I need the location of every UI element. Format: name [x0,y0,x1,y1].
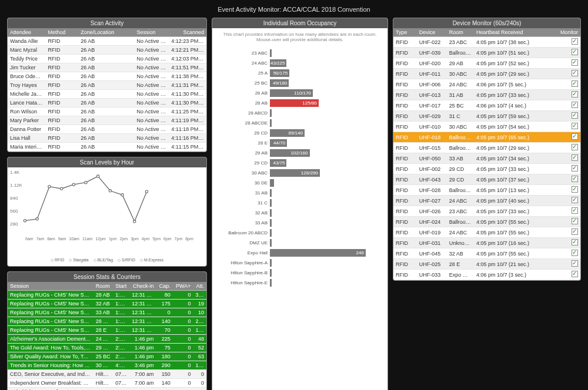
table-row[interactable]: RFIDUHF-01331 AB4:05 pm 10/7 (33 sec.) [393,90,580,100]
table-row[interactable]: RFIDUHF-02623 ABC4:05 pm 10/7 (33 sec.) [393,206,580,217]
table-row[interactable]: RFIDUHF-02528 E4:05 pm 10/7 (21 sec.) [393,259,580,270]
table-row[interactable]: Independent Owner Breakfast: Key Issues … [8,379,206,388]
occupancy-bar[interactable]: Expo Hall246 [217,248,383,258]
table-row[interactable]: RFIDUHF-01030 ABC4:05 pm 10/7 (54 sec.) [393,122,580,132]
table-row[interactable]: Replacing RUGs - CMS' New SNF Payment …2… [8,291,206,300]
table-row[interactable]: Michelle JabczynskiRFID26 ABNo Active Se… [8,90,206,99]
legend-item[interactable]: BLE/Tag [93,258,113,263]
occupancy-bar[interactable]: 29 CD43/75 [217,158,383,168]
occupancy-bar[interactable]: 28 AB125/80 [217,98,383,108]
table-row[interactable]: Trends in Senior Housing: How Do We Thri… [8,361,206,370]
monitor-checkbox[interactable] [572,165,578,172]
monitor-checkbox[interactable] [572,228,578,235]
monitor-checkbox[interactable] [572,70,578,76]
table-row[interactable]: RFIDUHF-04532 AB4:05 pm 10/7 (55 sec.) [393,248,580,259]
column-header[interactable]: Check-in [129,282,156,291]
table-row[interactable]: RFIDUHF-00624 ABC4:06 pm 10/7 (5 sec.) [393,79,580,90]
table-row[interactable]: Marc MyzalRFID26 ABNo Active Session4:12… [8,46,206,55]
monitor-checkbox[interactable] [572,38,578,45]
table-row[interactable]: Mary ParkerRFID26 ABNo Active Session4:1… [8,116,206,125]
occupancy-bar[interactable]: DMZ UE [217,238,383,248]
table-row[interactable]: Replacing RUGs - CMS' New SNF Payment …2… [8,326,206,335]
occupancy-bar[interactable]: 30 ABC128/290 [217,168,383,178]
table-row[interactable]: RFIDUHF-00229 CD4:05 pm 10/7 (33 sec.) [393,164,580,174]
table-row[interactable]: RFIDUHF-02931 C4:05 pm 10/7 (59 sec.) [393,111,580,122]
table-row[interactable]: Danna PotterRFID26 ABNo Active Session4:… [8,125,206,134]
column-header[interactable]: Cap. [156,282,173,291]
occupancy-bar[interactable]: Hilton Sapphire-A [217,258,383,268]
column-header[interactable]: Device [417,28,447,37]
table-row[interactable]: RFIDUHF-033Expo Hall4:06 pm 10/7 (3 sec.… [393,270,580,280]
monitor-checkbox[interactable] [572,154,578,161]
table-row[interactable]: RFIDUHF-01130 ABC4:05 pm 10/7 (29 sec.) [393,69,580,79]
table-row[interactable]: CEO, Senior Executive, and Independent O… [8,370,206,379]
table-row[interactable]: RFIDUHF-01725 BC4:06 pm 10/7 (4 sec.) [393,100,580,111]
occupancy-bar[interactable]: 23 ABC [217,48,383,58]
column-header[interactable]: Start [113,282,129,291]
column-header[interactable]: Method [46,28,79,37]
table-row[interactable]: RFIDUHF-015Ballroom 20 ABC4:05 pm 10/7 (… [393,143,580,153]
monitor-checkbox[interactable] [572,112,578,119]
occupancy-bar[interactable]: Hilton Sapphire-B [217,268,383,278]
occupancy-bar[interactable]: 24 ABC43/225 [217,58,383,68]
monitor-checkbox[interactable] [572,197,578,203]
monitor-checkbox[interactable] [572,176,578,182]
monitor-checkbox[interactable] [572,239,578,246]
occupancy-bar[interactable]: 25 BC49/180 [217,78,383,88]
occupancy-bar[interactable]: 30 DE [217,178,383,188]
table-row[interactable]: RFIDUHF-04329 CD4:05 pm 10/7 (37 sec.) [393,174,580,185]
table-row[interactable]: Replacing RUGs - CMS' New SNF Payment …3… [8,308,206,317]
table-row[interactable]: Teddy PriceRFID26 ABNo Active Session4:1… [8,55,206,63]
monitor-checkbox[interactable] [572,123,578,129]
occupancy-bar[interactable]: 33 AB [217,218,383,228]
table-row[interactable]: RFIDUHF-02029 AB4:05 pm 10/7 (52 sec.) [393,58,580,69]
column-header[interactable]: PWA+ [173,282,193,291]
column-header[interactable]: Type [393,28,417,37]
table-row[interactable]: RFIDUHF-039Ballroom 20 ABC4:05 pm 10/7 (… [393,48,580,58]
column-header[interactable]: Heartbeat Received [474,28,548,37]
column-header[interactable]: Zone/Location [78,28,134,37]
table-row[interactable]: RFIDUHF-028Ballroom 20 ABC4:05 pm 10/7 (… [393,185,580,196]
table-row[interactable]: Replacing RUGs - CMS' New SNF Payment …2… [8,317,206,326]
monitor-checkbox[interactable] [572,59,578,66]
monitor-checkbox[interactable] [572,250,578,256]
occupancy-bar[interactable]: 31 AB [217,188,383,198]
occupancy-bar[interactable]: 26 AB110/170 [217,88,383,98]
occupancy-bar[interactable]: 28 ABCD [217,108,383,118]
table-row[interactable]: Wanda AllieRFID26 ABNo Active Session4:1… [8,37,206,46]
legend-item[interactable]: RFID [51,258,64,263]
monitor-checkbox[interactable] [572,49,578,55]
monitor-checkbox[interactable] [572,102,578,108]
table-row[interactable]: RFIDUHF-02223 ABC4:05 pm 10/7 (38 sec.) [393,37,580,48]
column-header[interactable]: Room [447,28,474,37]
monitor-checkbox[interactable] [572,207,578,214]
table-row[interactable]: Bruce OdenthalRFID26 ABNo Active Session… [8,72,206,81]
monitor-checkbox[interactable] [572,91,578,98]
table-row[interactable]: RFIDUHF-01924 ABC4:05 pm 10/7 (55 sec.) [393,227,580,238]
occupancy-bar[interactable]: 28 CD89/140 [217,128,383,138]
occupancy-bar[interactable]: Ballroom 20 ABCD [217,228,383,238]
column-header[interactable]: Att. [193,282,206,291]
table-row[interactable]: Behold the Power of Data29 CD07:45 (10/8… [8,388,206,391]
table-row[interactable]: Lance HatawayRFID26 ABNo Active Session4… [8,99,206,107]
legend-item[interactable]: Stargata [69,258,88,263]
occupancy-bar[interactable]: 29 AB102/160 [217,148,383,158]
monitor-checkbox[interactable] [572,260,578,267]
scan-levels-chart[interactable]: 1.4K1.12K840560280 6am7am8am9am10am11am1… [8,167,206,255]
table-row[interactable]: Maria InterianoRFID26 ABNo Active Sessio… [8,143,206,152]
column-header[interactable]: Scanned [169,28,206,37]
occupancy-bar[interactable]: 32 AB [217,208,383,218]
occupancy-bar[interactable]: 25 A50/175 [217,68,383,78]
monitor-checkbox[interactable] [572,186,578,193]
table-row[interactable]: Jim TuckerRFID26 ABNo Active Session4:11… [8,63,206,72]
occupancy-bar[interactable]: 31 C [217,198,383,208]
legend-item[interactable]: S/RFID [118,258,135,263]
monitor-checkbox[interactable] [572,144,578,150]
legend-item[interactable]: M.Express [140,258,163,263]
monitor-checkbox[interactable] [572,218,578,224]
monitor-checkbox[interactable] [572,80,578,87]
table-row[interactable]: RFIDUHF-018Ballroom 20 ABC4:05 pm 10/7 (… [393,132,580,143]
occupancy-bar[interactable]: 28 E44/70 [217,138,383,148]
monitor-checkbox[interactable] [572,133,578,140]
occupancy-bar[interactable]: Hilton Sapphire-E [217,278,383,288]
